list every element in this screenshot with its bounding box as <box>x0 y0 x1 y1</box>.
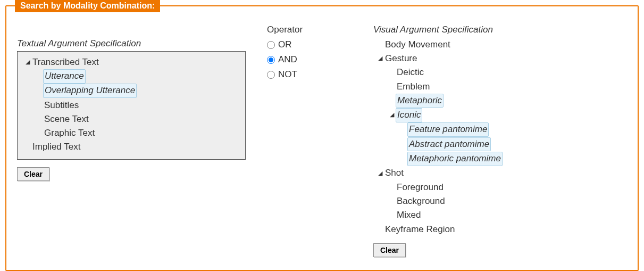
textual-tree: ◢ Transcribed Text ▸Utterance ▸Overlappi… <box>21 55 240 154</box>
operator-radio-group: OR AND NOT <box>267 39 352 80</box>
fieldset-legend: Search by Modality Combination: <box>15 0 160 12</box>
operator-or-radio[interactable] <box>267 41 275 49</box>
tree-node-subtitles[interactable]: Subtitles <box>43 99 80 112</box>
tree-node-graphic-text[interactable]: Graphic Text <box>43 127 96 140</box>
operator-not-row[interactable]: NOT <box>267 69 352 80</box>
tree-node-feature-pantomime[interactable]: Feature pantomime <box>407 122 489 137</box>
visual-heading: Visual Argument Specification <box>373 24 627 35</box>
tree-node-overlapping-utterance[interactable]: Overlapping Utterance <box>43 84 137 98</box>
tree-node-metaphoric[interactable]: Metaphoric <box>396 94 444 108</box>
modality-combination-fieldset: Search by Modality Combination: Textual … <box>5 5 639 271</box>
tree-node-emblem[interactable]: Emblem <box>396 80 431 94</box>
operator-and-label: AND <box>278 54 297 65</box>
tree-node-metaphoric-pantomime[interactable]: Metaphoric pantomime <box>407 152 503 166</box>
tree-node-deictic[interactable]: Deictic <box>396 66 425 79</box>
tree-node-gesture[interactable]: Gesture <box>384 52 418 65</box>
expander-icon[interactable]: ◢ <box>377 169 384 178</box>
textual-tree-box: ◢ Transcribed Text ▸Utterance ▸Overlappi… <box>17 51 246 160</box>
visual-tree-box: ▸Body Movement ◢Gesture ▸Deictic ▸Emblem… <box>373 37 627 236</box>
operator-and-radio[interactable] <box>267 56 275 64</box>
tree-node-keyframe-region[interactable]: Keyframe Region <box>384 223 456 236</box>
textual-heading: Textual Argument Specification <box>17 38 246 49</box>
tree-node-implied-text[interactable]: Implied Text <box>31 141 81 154</box>
operator-or-row[interactable]: OR <box>267 39 352 50</box>
operator-not-radio[interactable] <box>267 71 275 79</box>
operator-and-row[interactable]: AND <box>267 54 352 65</box>
tree-node-abstract-pantomime[interactable]: Abstract pantomime <box>407 137 491 152</box>
expander-icon[interactable]: ◢ <box>24 58 31 67</box>
tree-node-shot[interactable]: Shot <box>384 167 405 180</box>
tree-node-foreground[interactable]: Foreground <box>396 181 445 194</box>
clear-textual-button[interactable]: Clear <box>17 167 49 181</box>
expander-icon[interactable]: ◢ <box>377 54 384 63</box>
tree-node-mixed[interactable]: Mixed <box>396 209 422 222</box>
columns: Textual Argument Specification ◢ Transcr… <box>17 24 627 257</box>
tree-node-background[interactable]: Background <box>396 195 446 208</box>
tree-node-transcribed-text[interactable]: Transcribed Text <box>31 56 100 69</box>
tree-node-body-movement[interactable]: Body Movement <box>384 38 451 52</box>
textual-column: Textual Argument Specification ◢ Transcr… <box>17 24 246 181</box>
operator-heading: Operator <box>267 24 352 35</box>
operator-not-label: NOT <box>278 69 297 80</box>
visual-tree: ▸Body Movement ◢Gesture ▸Deictic ▸Emblem… <box>373 37 627 236</box>
tree-node-iconic[interactable]: Iconic <box>396 108 422 122</box>
expander-icon[interactable]: ◢ <box>388 111 396 119</box>
tree-node-scene-text[interactable]: Scene Text <box>43 113 90 126</box>
clear-visual-button[interactable]: Clear <box>373 243 406 257</box>
operator-column: Operator OR AND NOT <box>267 24 352 84</box>
tree-node-utterance[interactable]: Utterance <box>43 69 86 84</box>
operator-or-label: OR <box>278 39 292 50</box>
visual-column: Visual Argument Specification ▸Body Move… <box>373 24 627 257</box>
